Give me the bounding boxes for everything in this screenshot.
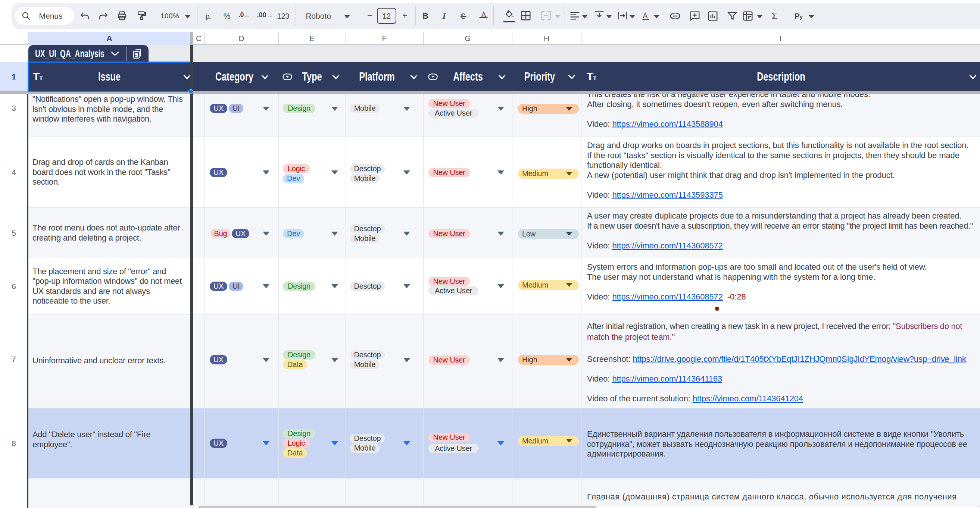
svg-text:A: A bbox=[643, 11, 648, 19]
